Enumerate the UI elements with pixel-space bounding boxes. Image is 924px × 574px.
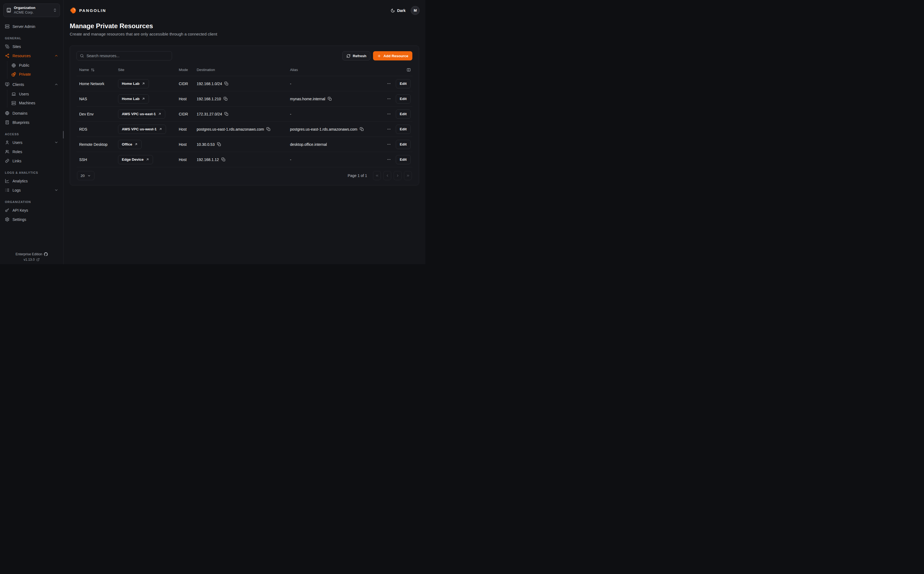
resource-alias: mynas.home.internal <box>290 97 325 101</box>
refresh-icon <box>346 54 351 58</box>
site-link-button[interactable]: Home Lab <box>118 79 149 88</box>
clients-subnav: Users Machines <box>7 90 60 107</box>
ellipsis-icon <box>387 127 391 131</box>
row-menu-button[interactable] <box>386 81 391 86</box>
add-resource-button[interactable]: Add Resource <box>373 51 412 60</box>
brand-logo[interactable]: PANGOLIN <box>70 7 106 14</box>
copy-destination-button[interactable] <box>222 158 225 161</box>
table-header: Name Site Mode Destination Alias <box>76 64 412 76</box>
copy-destination-button[interactable] <box>225 82 228 86</box>
columns-icon <box>407 68 411 72</box>
sidebar-item-blueprints[interactable]: Blueprints <box>3 118 60 127</box>
topbar-controls: Dark M <box>391 6 420 15</box>
site-link-button[interactable]: AWS VPC us-west-1 <box>118 125 166 134</box>
version-row[interactable]: v1.13.0 <box>0 258 63 262</box>
edit-button[interactable]: Edit <box>396 109 411 119</box>
page-info: Page 1 of 1 <box>348 173 367 178</box>
copy-icon <box>217 142 221 146</box>
table-row: NAS Home Lab Host 192.168.1.210 mynas.ho… <box>76 91 412 107</box>
last-page-button[interactable] <box>404 171 412 180</box>
resource-name: RDS <box>79 127 118 131</box>
resource-alias: - <box>290 82 291 86</box>
sidebar-item-label: Private <box>19 72 31 76</box>
building-icon <box>6 8 11 13</box>
theme-toggle[interactable]: Dark <box>391 8 405 13</box>
edit-button[interactable]: Edit <box>396 140 411 149</box>
avatar[interactable]: M <box>411 6 420 15</box>
first-page-button[interactable] <box>373 171 381 180</box>
column-header-name[interactable]: Name <box>79 68 118 72</box>
next-page-button[interactable] <box>394 171 402 180</box>
copy-icon <box>360 127 364 131</box>
row-menu-button[interactable] <box>386 111 391 117</box>
copy-destination-button[interactable] <box>225 112 228 116</box>
sidebar-item-public[interactable]: Public <box>10 61 60 70</box>
refresh-button[interactable]: Refresh <box>342 51 370 60</box>
org-switcher[interactable]: Organization ACME Corp. <box>3 3 60 17</box>
logs-icon <box>5 188 9 192</box>
user-icon <box>5 140 9 145</box>
users-icon <box>5 149 9 154</box>
copy-destination-button[interactable] <box>223 97 228 101</box>
resource-name: SSH <box>79 158 118 162</box>
row-menu-button[interactable] <box>386 142 391 147</box>
copy-icon <box>223 97 228 101</box>
edit-button[interactable]: Edit <box>396 79 411 88</box>
site-link-button[interactable]: Office <box>118 140 142 149</box>
row-menu-button[interactable] <box>386 96 391 101</box>
sidebar-item-settings[interactable]: Settings <box>3 215 60 224</box>
copy-icon <box>225 112 228 116</box>
sidebar-item-links[interactable]: Links <box>3 156 60 166</box>
sidebar-item-analytics[interactable]: Analytics <box>3 177 60 186</box>
table-row: Dev Env AWS VPC us-east-1 CIDR 172.31.27… <box>76 107 412 122</box>
sidebar-item-logs[interactable]: Logs <box>3 186 60 195</box>
sidebar-item-private[interactable]: Private <box>10 70 60 79</box>
chevron-down-icon <box>87 174 91 178</box>
edit-button[interactable]: Edit <box>396 155 411 164</box>
resource-destination: 10.30.0.53 <box>197 142 215 147</box>
copy-alias-button[interactable] <box>360 127 364 131</box>
table-row: SSH Edge Device Host 192.168.1.12 - Edit <box>76 152 412 167</box>
copy-destination-button[interactable] <box>266 127 271 131</box>
row-menu-button[interactable] <box>386 157 391 162</box>
prev-page-button[interactable] <box>383 171 391 180</box>
sidebar-item-server-admin[interactable]: Server Admin <box>3 22 60 31</box>
globe-icon <box>11 63 16 68</box>
resource-destination: 172.31.27.0/24 <box>197 112 222 116</box>
sidebar-item-sites[interactable]: Sites <box>3 42 60 51</box>
edit-button[interactable]: Edit <box>396 94 411 104</box>
sidebar-item-label: Settings <box>13 218 26 222</box>
page-size-select[interactable]: 20 <box>77 171 94 180</box>
ellipsis-icon <box>387 97 391 101</box>
column-visibility-button[interactable] <box>407 68 411 72</box>
server-icon <box>11 101 16 106</box>
sidebar-item-label: Public <box>19 63 29 68</box>
sidebar-item-users[interactable]: Users <box>3 138 60 147</box>
sidebar-item-machines[interactable]: Machines <box>10 99 60 107</box>
key-icon <box>5 208 9 213</box>
site-link-button[interactable]: AWS VPC us-east-1 <box>118 109 165 119</box>
search-icon <box>80 54 84 58</box>
site-link-button[interactable]: Edge Device <box>118 155 153 164</box>
gear-icon <box>5 217 9 222</box>
sidebar-footer: Enterprise Edition v1.13.0 <box>0 251 63 262</box>
sidebar-item-label: Links <box>13 159 21 163</box>
copy-destination-button[interactable] <box>217 142 221 146</box>
server-icon <box>5 24 9 29</box>
edit-button[interactable]: Edit <box>396 125 411 134</box>
edition-row[interactable]: Enterprise Edition <box>0 252 63 256</box>
row-menu-button[interactable] <box>386 126 391 132</box>
sidebar-item-label: Server Admin <box>13 24 35 29</box>
site-link-button[interactable]: Home Lab <box>118 94 149 104</box>
sidebar-item-clients[interactable]: Clients <box>3 80 60 89</box>
sidebar-item-resources[interactable]: Resources <box>3 51 60 60</box>
sidebar-item-api-keys[interactable]: API Keys <box>3 206 60 215</box>
column-header-destination: Destination <box>197 68 290 72</box>
sidebar-item-clients-users[interactable]: Users <box>10 90 60 99</box>
app-window: Organization ACME Corp. Server Admin GEN… <box>0 0 426 264</box>
copy-alias-button[interactable] <box>328 97 332 101</box>
main-content: PANGOLIN Dark M Manage Private Resources… <box>63 0 426 264</box>
sidebar-item-domains[interactable]: Domains <box>3 109 60 118</box>
sidebar-item-roles[interactable]: Roles <box>3 147 60 156</box>
search-input[interactable] <box>87 54 169 58</box>
